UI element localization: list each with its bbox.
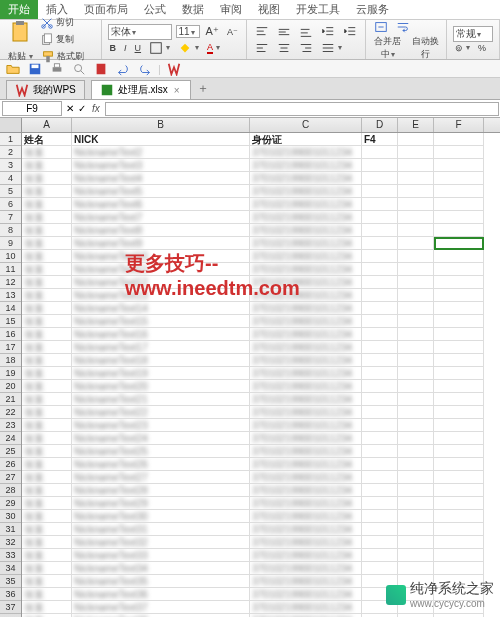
cell[interactable] [362,523,398,536]
cell[interactable]: 370102199001011234 [250,393,362,406]
cell[interactable] [434,315,484,328]
cell[interactable] [362,510,398,523]
cell[interactable]: 370102199001011234 [250,432,362,445]
cell[interactable] [362,497,398,510]
cell[interactable] [434,601,484,614]
cell[interactable] [362,146,398,159]
cell[interactable] [434,419,484,432]
cell[interactable] [434,432,484,445]
cell[interactable] [398,198,434,211]
qat-pdf[interactable] [92,61,110,77]
cell[interactable]: 张某 [22,458,72,471]
cell[interactable] [434,198,484,211]
cell[interactable]: NicknameText4 [72,172,250,185]
row-header[interactable]: 31 [0,523,21,536]
cell[interactable]: 370102199001011234 [250,601,362,614]
cell[interactable] [398,445,434,458]
row-header[interactable]: 7 [0,211,21,224]
font-color-button[interactable]: A [205,41,222,55]
cell[interactable]: NicknameText28 [72,484,250,497]
align-top-button[interactable] [253,24,271,40]
tab-close-button[interactable]: × [172,85,182,96]
border-button[interactable] [147,40,172,56]
cell[interactable]: 张某 [22,510,72,523]
add-tab-button[interactable]: ＋ [191,78,215,99]
align-center-button[interactable] [275,40,293,56]
cell[interactable] [434,367,484,380]
cell[interactable] [362,224,398,237]
cell[interactable] [434,146,484,159]
cell[interactable] [434,380,484,393]
cell[interactable] [434,328,484,341]
cell[interactable] [362,250,398,263]
cell[interactable]: 370102199001011234 [250,250,362,263]
cell[interactable]: 张某 [22,198,72,211]
cell[interactable]: 张某 [22,601,72,614]
cell[interactable]: NicknameText20 [72,380,250,393]
row-header[interactable]: 29 [0,497,21,510]
row-header[interactable]: 28 [0,484,21,497]
row-header[interactable]: 10 [0,250,21,263]
cell[interactable]: NicknameText32 [72,536,250,549]
cell[interactable]: NicknameText35 [72,575,250,588]
cell[interactable]: NicknameText12 [72,276,250,289]
cell[interactable] [434,445,484,458]
cell[interactable]: NicknameText15 [72,315,250,328]
col-header-B[interactable]: B [72,118,250,132]
cell[interactable]: 张某 [22,575,72,588]
bold-button[interactable]: B [108,42,119,54]
row-header[interactable]: 24 [0,432,21,445]
row-header[interactable]: 14 [0,302,21,315]
row-header[interactable]: 15 [0,315,21,328]
cell[interactable] [362,159,398,172]
row-header[interactable]: 22 [0,406,21,419]
cell[interactable]: 370102199001011234 [250,523,362,536]
cell[interactable]: NicknameText34 [72,562,250,575]
row-header[interactable]: 17 [0,341,21,354]
cell[interactable] [434,588,484,601]
merge-label[interactable]: 合并居中 [372,35,404,61]
menu-review[interactable]: 审阅 [212,0,250,19]
cell[interactable]: NicknameText14 [72,302,250,315]
cell[interactable] [398,302,434,315]
cell[interactable] [362,276,398,289]
cell[interactable]: 张某 [22,302,72,315]
menu-formula[interactable]: 公式 [136,0,174,19]
cell[interactable]: 张某 [22,276,72,289]
row-header[interactable]: 1 [0,133,21,146]
font-name-select[interactable]: 宋体 [108,24,172,40]
cell[interactable]: 张某 [22,588,72,601]
row-header[interactable]: 30 [0,510,21,523]
cell[interactable]: 张某 [22,172,72,185]
cell[interactable]: 370102199001011234 [250,263,362,276]
cell[interactable]: F4 [362,133,398,146]
cell[interactable]: 张某 [22,445,72,458]
align-left-button[interactable] [253,40,271,56]
cell[interactable]: 370102199001011234 [250,289,362,302]
cell[interactable]: 370102199001011234 [250,588,362,601]
cell[interactable] [398,510,434,523]
cell[interactable]: NicknameText29 [72,497,250,510]
cell[interactable] [398,341,434,354]
qat-save[interactable] [26,61,44,77]
cut-button[interactable]: 剪切 [38,15,76,31]
cell[interactable] [398,172,434,185]
cell[interactable] [398,237,434,250]
cell[interactable] [362,172,398,185]
qat-print[interactable] [48,61,66,77]
cell[interactable]: 张某 [22,432,72,445]
cell[interactable]: 张某 [22,315,72,328]
cell[interactable]: 张某 [22,523,72,536]
cell[interactable] [362,588,398,601]
col-header-F[interactable]: F [434,118,484,132]
cell[interactable]: NicknameText33 [72,549,250,562]
cell[interactable] [362,458,398,471]
row-header[interactable]: 9 [0,237,21,250]
cell[interactable]: 张某 [22,211,72,224]
row-header[interactable]: 20 [0,380,21,393]
row-header[interactable]: 21 [0,393,21,406]
cell[interactable]: 姓名 [22,133,72,146]
cell[interactable] [398,133,434,146]
cell[interactable]: 370102199001011234 [250,315,362,328]
fx-icon[interactable]: fx [88,103,104,114]
